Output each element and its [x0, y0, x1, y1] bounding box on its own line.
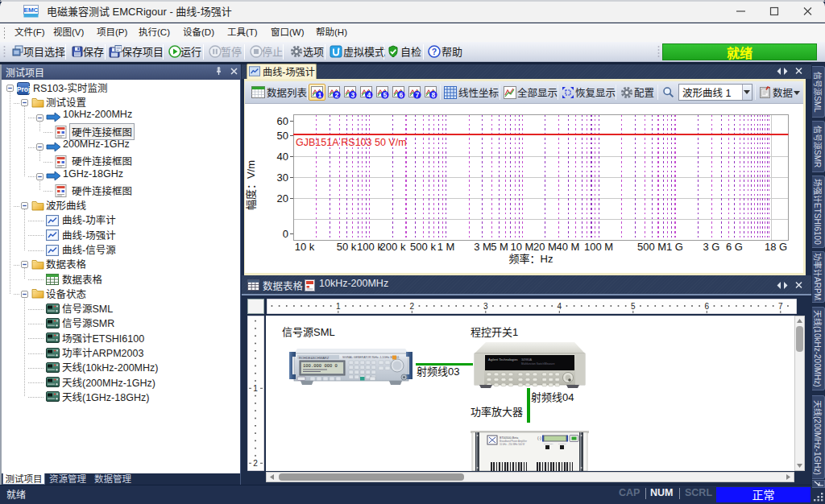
- svg-text:7: 7: [778, 302, 783, 311]
- svg-text:Proj: Proj: [17, 85, 30, 93]
- svg-text:100.000 000 0: 100.000 000 0: [303, 363, 338, 369]
- svg-text:10 kHz - 250 MHz 500 W: 10 kHz - 250 MHz 500 W: [500, 443, 525, 446]
- svg-text:5: 5: [383, 91, 387, 99]
- svg-text:3 M: 3 M: [474, 241, 491, 253]
- svg-text:10 M: 10 M: [511, 241, 534, 253]
- svg-text:500 M: 500 M: [637, 241, 666, 253]
- svg-text:50 k: 50 k: [337, 241, 357, 253]
- svg-text:Multifunction Switch/Measure: Multifunction Switch/Measure: [521, 362, 555, 366]
- svg-text:2: 2: [410, 302, 415, 311]
- svg-text:6: 6: [399, 91, 403, 99]
- svg-text:20 M: 20 M: [533, 241, 557, 253]
- svg-text:50: 50: [277, 130, 288, 142]
- svg-text:20: 20: [277, 192, 288, 204]
- svg-text:200 k: 200 k: [380, 241, 406, 253]
- svg-text:4: 4: [367, 91, 371, 99]
- svg-text:ROHDE&SCHWARZ: ROHDE&SCHWARZ: [299, 356, 330, 360]
- svg-text:EMC: EMC: [24, 6, 39, 14]
- svg-text:1: 1: [336, 302, 341, 311]
- svg-text:?: ?: [432, 47, 437, 56]
- svg-text:4: 4: [558, 302, 562, 311]
- svg-text:500 k: 500 k: [410, 241, 436, 253]
- svg-text:3 G: 3 G: [703, 241, 720, 253]
- svg-text:频率：Hz: 频率：Hz: [509, 253, 553, 265]
- svg-text:60: 60: [277, 115, 288, 127]
- svg-text:幅度：V/m: 幅度：V/m: [245, 160, 257, 210]
- svg-text:40 M: 40 M: [557, 241, 580, 253]
- svg-text:2: 2: [253, 459, 258, 468]
- svg-text:5: 5: [631, 302, 636, 311]
- svg-text:30: 30: [277, 171, 288, 184]
- svg-text:1: 1: [253, 384, 258, 393]
- svg-text:1: 1: [317, 91, 321, 99]
- svg-text:Agilent Technologies: Agilent Technologies: [488, 357, 518, 361]
- svg-text:100 M: 100 M: [584, 241, 613, 253]
- svg-text:1 G: 1 G: [666, 241, 683, 253]
- svg-text:Function: Function: [558, 443, 566, 445]
- svg-text:1 M: 1 M: [437, 241, 455, 253]
- svg-text:SIGNAL GENERATOR 9kHz..1.1GHz: SIGNAL GENERATOR 9kHz..1.1GHz SML01: [342, 356, 399, 359]
- svg-text:GJB151A RS103 50 V/m: GJB151A RS103 50 V/m: [296, 137, 407, 148]
- svg-text:(·): (·): [537, 436, 541, 440]
- svg-text:8: 8: [431, 91, 435, 99]
- svg-text:2: 2: [334, 91, 338, 99]
- svg-text:40: 40: [277, 151, 288, 163]
- svg-text:18 G: 18 G: [765, 241, 787, 253]
- svg-text:Frequency: Frequency: [544, 443, 554, 445]
- svg-text:34980A: 34980A: [521, 358, 533, 361]
- svg-text:0: 0: [283, 228, 288, 240]
- svg-text:6: 6: [705, 302, 710, 311]
- svg-text:3: 3: [350, 91, 354, 99]
- svg-text:6 G: 6 G: [726, 241, 743, 253]
- svg-text:7: 7: [415, 91, 419, 99]
- svg-text:3: 3: [483, 302, 488, 311]
- svg-text:5 M: 5 M: [491, 241, 508, 253]
- svg-text:100 k: 100 k: [357, 241, 383, 253]
- svg-text:10 k: 10 k: [295, 241, 315, 253]
